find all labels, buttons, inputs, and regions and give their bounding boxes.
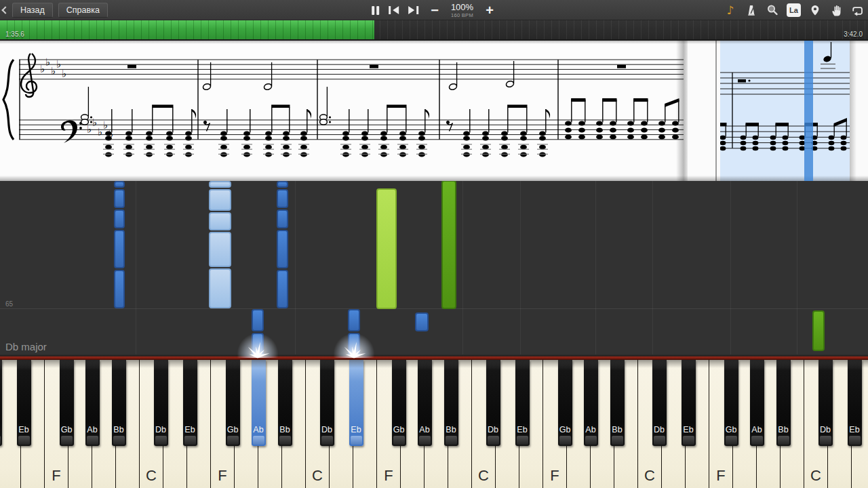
speed-increase-button[interactable]: + xyxy=(483,3,496,17)
help-button[interactable]: Справка xyxy=(58,3,108,18)
black-key-Eb[interactable]: Eb xyxy=(515,360,530,446)
black-key-foot xyxy=(751,436,763,445)
black-key-Ab[interactable]: Ab xyxy=(252,360,266,446)
black-key-foot xyxy=(726,436,737,445)
black-key-foot xyxy=(227,436,239,445)
measure-grid-line xyxy=(462,181,463,354)
pause-button[interactable] xyxy=(372,6,379,15)
black-key-label: Gb xyxy=(392,425,406,434)
black-key-Gb[interactable]: Gb xyxy=(226,360,240,446)
metronome-button[interactable] xyxy=(745,3,758,18)
black-key-Bb[interactable]: Bb xyxy=(278,360,292,446)
black-key-foot xyxy=(849,436,861,445)
black-key-Bb[interactable]: Bb xyxy=(112,360,126,446)
svg-text:♭: ♭ xyxy=(56,58,61,70)
black-key-Bb[interactable]: Bb xyxy=(610,360,625,446)
black-key-Bb[interactable]: Bb xyxy=(776,360,791,446)
note-names-button[interactable]: La xyxy=(787,3,801,17)
black-key-Ab[interactable]: Ab xyxy=(584,360,598,446)
black-key-label: Bb xyxy=(610,425,625,434)
black-key-label: Ab xyxy=(252,425,266,434)
hand-icon xyxy=(831,4,842,17)
skip-to-end-button[interactable] xyxy=(408,6,418,14)
svg-text:♭: ♭ xyxy=(45,56,50,68)
skip-to-start-button[interactable] xyxy=(389,6,399,14)
back-chevron-icon[interactable] xyxy=(1,6,9,14)
falling-note xyxy=(376,188,397,309)
black-key-foot xyxy=(778,436,789,445)
black-key-label: Db xyxy=(486,425,500,434)
pan-button[interactable] xyxy=(829,3,843,18)
falling-note xyxy=(209,232,231,267)
black-key-label: Bb xyxy=(278,425,292,434)
music-note-button[interactable]: ♪ xyxy=(724,3,737,18)
pause-icon xyxy=(376,6,379,15)
falling-note xyxy=(114,209,125,228)
black-key-foot xyxy=(683,436,694,445)
black-key-Gb[interactable]: Gb xyxy=(558,360,572,446)
black-key-label: Ab xyxy=(750,425,764,434)
black-key-Db[interactable]: Db xyxy=(818,360,833,446)
speed-decrease-button[interactable]: − xyxy=(428,3,441,17)
falling-note xyxy=(415,312,429,331)
search-button[interactable] xyxy=(766,3,779,18)
black-key-Eb[interactable]: Eb xyxy=(183,360,197,446)
black-key-label: Eb xyxy=(515,425,530,434)
black-key-foot xyxy=(113,436,125,445)
black-key-label: Ab xyxy=(418,425,432,434)
bookmark-button[interactable] xyxy=(808,3,822,18)
location-pin-icon xyxy=(810,4,821,17)
speed-percent: 100% xyxy=(451,3,473,12)
back-button[interactable]: Назад xyxy=(12,3,53,18)
black-key-Db[interactable]: Db xyxy=(154,360,168,446)
white-key-label: F xyxy=(211,467,234,485)
piano-keyboard: DbEbFGbAbBbCDbEbFGbAbBbCDbEbFGbAbBbCDbEb… xyxy=(0,360,868,488)
sheet-music-area: ♭♭♭ ♭♭ ♭♭♭ ♭♭ xyxy=(0,41,868,181)
black-key-foot xyxy=(351,436,362,445)
black-key-Ab[interactable]: Ab xyxy=(418,360,432,446)
falling-note xyxy=(277,181,288,188)
black-key-foot xyxy=(654,436,665,445)
black-key-label: Db xyxy=(154,425,168,434)
music-note-icon: ♪ xyxy=(727,3,734,17)
svg-text:♭: ♭ xyxy=(62,68,66,80)
black-key-Db[interactable]: Db xyxy=(320,360,334,446)
progress-bar[interactable]: 1:35.6 3:42.0 xyxy=(0,20,868,41)
black-key-Gb[interactable]: Gb xyxy=(60,360,74,446)
black-key-foot xyxy=(155,436,167,445)
black-key-label: Db xyxy=(818,425,833,434)
black-key-Gb[interactable]: Gb xyxy=(392,360,406,446)
black-key-Eb[interactable]: Eb xyxy=(682,360,696,446)
black-key-Eb[interactable]: Eb xyxy=(848,360,862,446)
black-key-foot xyxy=(559,436,571,445)
black-key-label: Eb xyxy=(682,425,696,434)
black-key-Gb[interactable]: Gb xyxy=(724,360,738,446)
black-key-foot xyxy=(419,436,431,445)
falling-note xyxy=(277,230,288,268)
white-key-label: C xyxy=(472,467,495,485)
svg-text:♭: ♭ xyxy=(87,123,92,136)
black-key-foot xyxy=(279,436,291,445)
black-key-Bb[interactable]: Bb xyxy=(444,360,458,446)
total-time: 3:42.0 xyxy=(844,30,863,38)
measure-number: 65 xyxy=(5,300,13,308)
black-key-Eb[interactable]: Eb xyxy=(17,360,31,446)
black-key-foot xyxy=(393,436,405,445)
playhead-cursor[interactable] xyxy=(804,39,813,181)
black-key-Db[interactable]: Db xyxy=(0,360,2,446)
black-key-Db[interactable]: Db xyxy=(486,360,500,446)
page-edge-shadow xyxy=(676,41,688,181)
loop-button[interactable] xyxy=(850,3,864,18)
black-key-Db[interactable]: Db xyxy=(652,360,667,446)
black-key-foot xyxy=(517,436,528,445)
black-key-Ab[interactable]: Ab xyxy=(85,360,100,446)
black-key-Ab[interactable]: Ab xyxy=(750,360,764,446)
speed-display[interactable]: 100% 160 BPM xyxy=(451,3,473,18)
black-key-label: Db xyxy=(652,425,667,434)
black-key-Eb[interactable]: Eb xyxy=(349,360,363,446)
key-signature-label: Db major xyxy=(5,341,47,352)
black-key-label: Ab xyxy=(85,425,100,434)
black-key-label: Gb xyxy=(60,425,74,434)
falling-note xyxy=(209,212,231,230)
black-key-foot xyxy=(87,436,98,445)
